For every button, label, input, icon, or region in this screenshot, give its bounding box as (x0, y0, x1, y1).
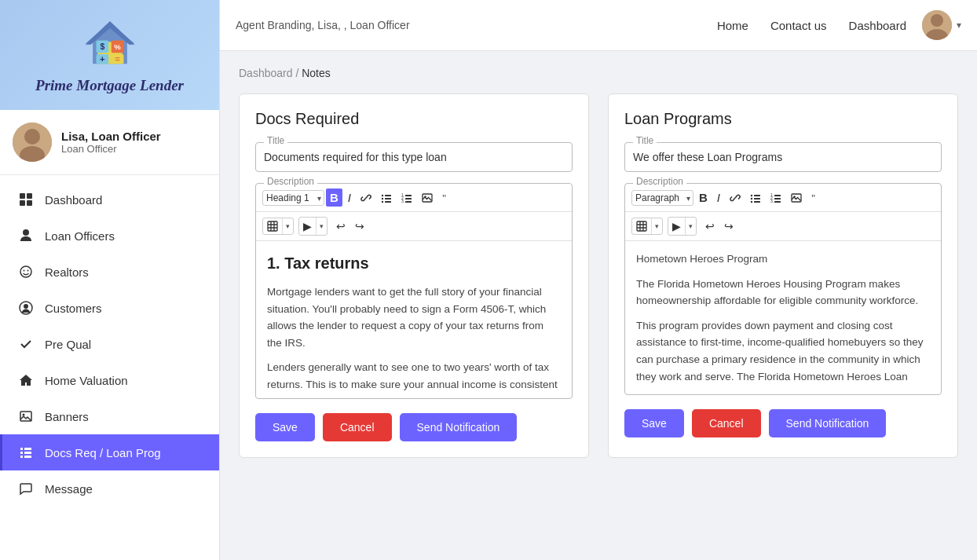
sidebar-item-banners[interactable]: Banners (0, 398, 219, 434)
svg-rect-68 (637, 221, 646, 231)
docs-title-input[interactable] (264, 146, 564, 165)
user-name: Lisa, Loan Officer (61, 130, 161, 143)
docs-cancel-button[interactable]: Cancel (323, 413, 392, 441)
svg-point-12 (24, 129, 40, 145)
sidebar-item-message[interactable]: Message (0, 470, 219, 507)
docs-content-p2: Lenders generally want to see one to two… (267, 359, 561, 398)
loan-style-select-wrap[interactable]: Paragraph Heading 1 Heading 2 Heading 3 … (631, 190, 693, 206)
docs-required-title: Docs Required (255, 110, 573, 128)
svg-point-20 (24, 270, 25, 272)
loan-quote-button[interactable]: " (807, 189, 819, 207)
loan-redo-button[interactable]: ↪ (720, 218, 737, 235)
nav-contact-link[interactable]: Contact us (770, 19, 827, 32)
loan-editor-body[interactable]: Hometown Heroes Program The Florida Home… (625, 241, 941, 394)
loan-unordered-list-button[interactable] (746, 190, 765, 206)
person-icon (18, 228, 34, 243)
loan-media-button[interactable]: ▶ (668, 218, 686, 235)
loan-style-select[interactable]: Paragraph Heading 1 Heading 2 Heading 3 … (631, 190, 693, 206)
sidebar-item-realtors[interactable]: Realtors (0, 254, 219, 290)
docs-table-group[interactable]: ▾ (262, 218, 294, 235)
breadcrumb-current: Notes (302, 67, 331, 79)
loan-table-button[interactable] (632, 218, 652, 234)
svg-point-21 (27, 270, 29, 272)
sidebar-item-loan-officers[interactable]: Loan Officers (0, 218, 219, 254)
sidebar-item-docs-req-loan-prog[interactable]: Docs Req / Loan Prog (0, 434, 219, 470)
loan-table-chevron[interactable]: ▾ (652, 220, 662, 232)
loan-link-button[interactable] (726, 190, 745, 206)
nav-dashboard-link[interactable]: Dashboard (849, 19, 906, 32)
svg-rect-15 (27, 193, 32, 199)
sidebar-item-dashboard[interactable]: Dashboard (0, 181, 219, 218)
list-icon (18, 445, 34, 460)
docs-style-select-wrap[interactable]: Heading 1 Heading 2 Heading 3 Paragraph … (262, 190, 324, 206)
docs-desc-label: Description (264, 176, 317, 187)
sidebar-item-customers[interactable]: Customers (0, 290, 219, 326)
svg-rect-42 (405, 195, 412, 196)
svg-rect-36 (385, 195, 391, 196)
loan-undo-button[interactable]: ↩ (701, 218, 719, 235)
svg-rect-14 (20, 193, 25, 199)
topnav-avatar (922, 10, 952, 40)
loan-italic-button[interactable]: I (713, 188, 724, 207)
loan-image-button[interactable] (787, 190, 806, 206)
docs-link-button[interactable] (357, 190, 375, 206)
sidebar-logo: $ % + = Prime Mortgage Lender (0, 0, 219, 110)
svg-rect-61 (774, 195, 781, 196)
docs-unordered-list-button[interactable] (377, 190, 396, 206)
svg-rect-44 (405, 198, 412, 199)
svg-rect-40 (385, 201, 391, 203)
svg-point-39 (382, 200, 383, 202)
sidebar-item-pre-qual[interactable]: Pre Qual (0, 326, 219, 362)
loan-media-group[interactable]: ▶ ▾ (668, 217, 697, 236)
svg-text:%: % (114, 42, 121, 51)
svg-rect-16 (20, 200, 25, 206)
docs-style-select[interactable]: Heading 1 Heading 2 Heading 3 Paragraph … (262, 190, 324, 206)
loan-notify-button[interactable]: Send Notification (769, 409, 887, 437)
loan-programs-title: Loan Programs (624, 110, 942, 128)
sidebar-item-dashboard-label: Dashboard (45, 193, 102, 207)
docs-italic-button[interactable]: I (344, 188, 355, 207)
topnav-brand: Agent Branding, Lisa, , Loan Officer (236, 19, 701, 31)
docs-redo-button[interactable]: ↪ (351, 218, 368, 235)
nav-home-link[interactable]: Home (717, 19, 748, 32)
loan-save-button[interactable]: Save (624, 409, 684, 437)
smiley-icon (18, 264, 34, 280)
loan-title-input[interactable] (633, 146, 933, 165)
docs-bold-button[interactable]: B (326, 188, 342, 207)
svg-rect-17 (27, 200, 32, 206)
logo-icon: $ % + = (82, 16, 137, 71)
svg-rect-29 (24, 452, 31, 454)
docs-undo-button[interactable]: ↩ (332, 218, 349, 235)
docs-ordered-list-button[interactable]: 1. 2. 3. (397, 190, 416, 206)
topnav: Agent Branding, Lisa, , Loan Officer Hom… (220, 0, 977, 51)
svg-point-33 (931, 14, 943, 27)
docs-editor-body[interactable]: 1. Tax returns Mortgage lenders want to … (256, 241, 572, 398)
docs-media-chevron[interactable]: ▾ (317, 220, 327, 232)
loan-ordered-list-button[interactable]: 1. 2. 3. (767, 190, 785, 206)
docs-table-button[interactable] (263, 218, 283, 234)
svg-point-35 (382, 194, 383, 196)
loan-bold-button[interactable]: B (695, 188, 712, 207)
docs-save-button[interactable]: Save (255, 413, 315, 441)
docs-content-p1: Mortgage lenders want to get the full st… (267, 284, 561, 351)
svg-rect-46 (405, 201, 412, 203)
svg-rect-28 (20, 452, 23, 454)
sidebar-item-message-label: Message (45, 482, 93, 496)
sidebar-item-banners-label: Banners (45, 410, 89, 423)
sidebar-item-docs-req-loan-prog-label: Docs Req / Loan Prog (45, 446, 161, 459)
sidebar-item-home-valuation[interactable]: Home Valuation (0, 362, 219, 398)
breadcrumb: Dashboard / Notes (239, 67, 958, 79)
loan-media-chevron[interactable]: ▾ (686, 220, 696, 232)
docs-quote-button[interactable]: " (438, 189, 450, 207)
docs-notify-button[interactable]: Send Notification (400, 413, 518, 441)
docs-image-button[interactable] (418, 190, 437, 206)
svg-rect-65 (774, 201, 781, 203)
docs-media-group[interactable]: ▶ ▾ (298, 217, 327, 236)
loan-table-group[interactable]: ▾ (631, 218, 663, 235)
topnav-user[interactable]: ▾ (922, 10, 961, 40)
docs-table-chevron[interactable]: ▾ (283, 220, 293, 232)
loan-cancel-button[interactable]: Cancel (692, 409, 761, 437)
docs-media-button[interactable]: ▶ (299, 218, 317, 235)
docs-editor: Description Heading 1 Heading 2 Heading … (255, 183, 573, 399)
sidebar-item-realtors-label: Realtors (45, 265, 89, 279)
